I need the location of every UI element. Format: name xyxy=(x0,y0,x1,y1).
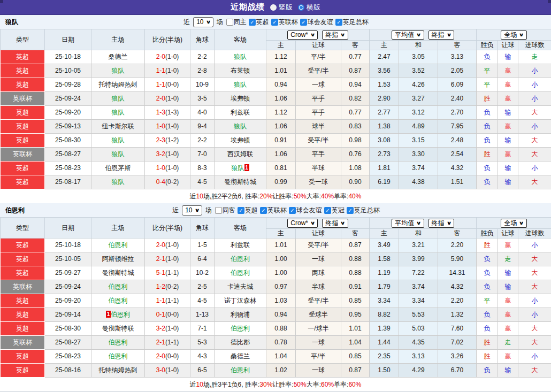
match-row: 英联杯25-09-24狼队2-0(1-0)3-5埃弗顿1.06平手0.822.9… xyxy=(1,92,551,106)
scope-select[interactable]: 全场∨ xyxy=(501,219,526,228)
halftime-score: (1-0) xyxy=(165,241,179,249)
away-team-cell: 狼队 xyxy=(215,78,266,92)
avg-away-cell: 14.31 xyxy=(438,266,477,280)
odds-home-cell: 0.94 xyxy=(266,78,296,92)
checkbox-checked-icon[interactable] xyxy=(238,207,244,214)
odds-stage-select[interactable]: 终指∨ xyxy=(322,219,348,228)
score-cell: 0-1(0-0) xyxy=(145,308,190,322)
handicap-cell: 平/半 xyxy=(296,350,341,364)
odds-away-cell: 0.83 xyxy=(341,120,370,134)
checkbox-checked-icon[interactable] xyxy=(249,19,256,26)
radio-horizontal-label: 横版 xyxy=(307,3,320,12)
checkbox-checked-icon[interactable] xyxy=(335,19,342,26)
checkbox-unchecked-icon[interactable] xyxy=(215,207,222,214)
checkbox-checked-icon[interactable] xyxy=(271,19,278,26)
halftime-score: (0-2) xyxy=(165,283,179,290)
column-header: 客场 xyxy=(215,218,266,239)
match-count-select[interactable]: 10∨ xyxy=(182,205,202,216)
same-venue-filter[interactable]: 同客 xyxy=(215,206,235,215)
league-filter[interactable]: 球会友谊 xyxy=(300,18,333,27)
corner-cell: 9-4 xyxy=(190,120,215,134)
summary-segment: 10 xyxy=(196,381,203,388)
corner-cell: 3-5 xyxy=(190,92,215,106)
summary-segment: 场,胜2平2负6, 胜率: xyxy=(203,192,259,201)
odds-stage-select[interactable]: 终指∨ xyxy=(322,30,348,40)
avg-away-cell: 5.90 xyxy=(438,252,477,266)
checkbox-checked-icon[interactable] xyxy=(324,207,331,214)
column-header: 日期 xyxy=(45,29,91,50)
avg-source-select[interactable]: 平均值∨ xyxy=(392,30,424,40)
home-team-name: 狼队 xyxy=(112,178,125,186)
fulltime-score: 1-3 xyxy=(156,109,165,116)
goals-result-text: 小 xyxy=(532,122,538,130)
avg-home-cell: 3.56 xyxy=(370,64,399,78)
result-cell: 负 xyxy=(477,266,498,280)
league-filter[interactable]: 英超 xyxy=(238,206,258,215)
checkbox-checked-icon[interactable] xyxy=(260,207,267,214)
score-cell: 3-2(1-0) xyxy=(145,148,190,162)
away-team-name: 伯恩利 xyxy=(231,255,250,263)
league-filter[interactable]: 英联杯 xyxy=(271,18,298,27)
sub-column-header: 胜负 xyxy=(477,41,498,50)
checkbox-checked-icon[interactable] xyxy=(347,207,354,214)
radio-vertical-layout[interactable]: 竖版 xyxy=(270,3,293,12)
handicap-result-text: 赢 xyxy=(505,67,511,74)
checkbox-checked-icon[interactable] xyxy=(289,207,296,214)
league-filter[interactable]: 英超 xyxy=(249,18,269,27)
handicap-cell: 一球 xyxy=(296,364,341,378)
corner-cell: 4-3 xyxy=(190,350,215,364)
fulltime-score: 3-2 xyxy=(156,325,165,332)
avg-away-cell: 6.70 xyxy=(438,364,477,378)
handicap-result-text: 赢 xyxy=(505,352,511,360)
checkbox-unchecked-icon[interactable] xyxy=(226,19,233,26)
avg-draw-cell: 4.89 xyxy=(399,120,438,134)
odds-source-select[interactable]: Crow*∨ xyxy=(287,219,318,228)
league-filter[interactable]: 英冠 xyxy=(324,206,345,215)
odds-away-cell: 0.95 xyxy=(341,308,370,322)
odds-away-cell: 1.01 xyxy=(341,322,370,336)
halftime-score: (1-0) xyxy=(165,67,179,74)
avg-draw-cell: 3.05 xyxy=(399,50,438,64)
checkbox-checked-icon[interactable] xyxy=(300,19,307,26)
away-team-cell: 卡迪夫城 xyxy=(215,280,266,294)
match-count-select[interactable]: 10∨ xyxy=(193,17,213,27)
avg-away-cell: 3.13 xyxy=(438,50,477,64)
league-filter[interactable]: 球会友谊 xyxy=(289,206,322,215)
radio-horizontal-layout[interactable]: 横版 xyxy=(298,3,320,12)
league-filter[interactable]: 英足总杯 xyxy=(335,18,369,27)
away-team-cell: 曼彻斯特城 xyxy=(215,175,266,189)
fulltime-score: 1-1 xyxy=(156,297,165,304)
avg-stage-select[interactable]: 终指∨ xyxy=(428,219,454,228)
odds-source-select[interactable]: Crow*∨ xyxy=(287,30,318,40)
avg-source-select[interactable]: 平均值∨ xyxy=(392,219,424,228)
halftime-score: (1-1) xyxy=(165,269,179,276)
column-header: 角球 xyxy=(190,29,215,50)
match-row: 英超25-10-18伯恩利2-0(1-0)1-5利兹联1.01受平/半0.873… xyxy=(1,239,551,252)
chevron-down-icon: ∨ xyxy=(416,220,422,226)
avg-away-cell: 6.09 xyxy=(438,78,477,92)
handicap-result-text: 赢 xyxy=(505,81,511,88)
league-badge: 英超 xyxy=(1,308,45,322)
avg-stage-select[interactable]: 终指∨ xyxy=(428,30,454,40)
handicap-result-text: 输 xyxy=(505,283,511,290)
avg-draw-cell: 4.29 xyxy=(399,364,438,378)
handicap-cell: 一球 xyxy=(296,252,341,266)
match-row: 英超25-10-05狼队1-1(1-0)2-8布莱顿1.01受平/半0.873.… xyxy=(1,64,551,78)
goals-result-text: 走 xyxy=(532,53,538,60)
goals-result-cell: 大 xyxy=(518,175,551,189)
result-text: 负 xyxy=(484,366,491,374)
league-filter[interactable]: 英联杯 xyxy=(260,206,287,215)
corner-cell: 4-5 xyxy=(190,175,215,189)
league-filter[interactable]: 英足总杯 xyxy=(347,206,380,215)
home-team-cell: 狼队 xyxy=(91,148,145,162)
same-venue-filter[interactable]: 同主 xyxy=(226,18,247,27)
avg-home-cell: 2.77 xyxy=(370,106,399,120)
odds-away-cell: 0.77 xyxy=(341,106,370,120)
sub-column-header: 客 xyxy=(341,229,370,239)
scope-select[interactable]: 全场∨ xyxy=(501,30,526,40)
result-cell: 平 xyxy=(477,64,498,78)
title-bar: 近期战绩 竖版 横版 xyxy=(0,0,551,15)
fulltime-score: 2-0 xyxy=(156,352,165,360)
handicap-result-text: 走 xyxy=(505,255,511,263)
home-team-name: 狼队 xyxy=(112,109,125,116)
